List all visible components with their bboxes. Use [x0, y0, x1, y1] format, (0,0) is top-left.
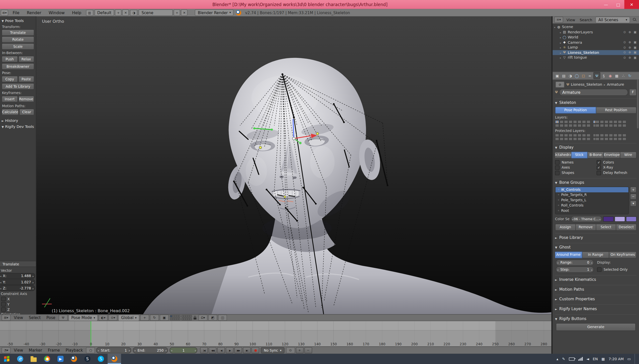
expand-icon[interactable]	[560, 56, 561, 60]
constraint-y-checkbox[interactable]	[1, 302, 6, 307]
outliner-item-label[interactable]: Lamp	[568, 45, 622, 49]
layer-cell[interactable]	[600, 137, 604, 141]
layer-cell[interactable]	[564, 137, 568, 141]
ghost-mode-button[interactable]: On Keyframes	[609, 251, 636, 258]
layer-cell[interactable]	[582, 137, 586, 141]
layer-cell[interactable]	[613, 120, 617, 123]
layer-cell[interactable]	[613, 124, 617, 127]
outliner-item-label[interactable]: Camera	[568, 40, 622, 44]
bone-groups-section-header[interactable]: Bone Groups	[555, 178, 636, 185]
transport-button[interactable]: ▶▶	[235, 347, 242, 353]
bone-group-row[interactable]: Roll_Controls	[555, 203, 628, 208]
close-button[interactable]: ✕	[624, 0, 639, 9]
outliner-item-label[interactable]: RenderLayers	[568, 30, 622, 34]
taskbar-app-media[interactable]: ▶	[54, 354, 67, 364]
snap-magnet-icon[interactable]: Ω▾	[198, 315, 207, 321]
timeline-menu-item[interactable]: Marker	[26, 348, 45, 353]
properties-tab[interactable]	[593, 72, 600, 79]
properties-scrollbar[interactable]	[637, 79, 638, 128]
viewport-menu-item[interactable]: Pose	[43, 315, 58, 320]
layer-cell[interactable]	[555, 124, 559, 127]
outliner-row[interactable]: Lioness_Skeleton ⊙ ⊕ ▣	[553, 50, 639, 55]
layer-cell[interactable]	[568, 120, 573, 123]
insert-keyframe-icon[interactable]: +	[296, 347, 304, 353]
layer-cell[interactable]	[573, 124, 577, 127]
calculate-paths-button[interactable]: Calculate	[2, 109, 18, 115]
maximize-button[interactable]: □	[612, 0, 624, 9]
operator-panel-title[interactable]: Translate	[0, 261, 36, 267]
viewport-menu-item[interactable]: View	[11, 315, 26, 320]
properties-tab[interactable]	[574, 73, 580, 79]
display-mode-button[interactable]: B-Bone	[588, 151, 604, 158]
layer-cell[interactable]	[560, 120, 564, 123]
pose-library-section-header[interactable]: Pose Library	[555, 233, 636, 240]
outliner-row[interactable]: rift tongue ⊙ ⊕ ▣	[553, 55, 639, 60]
properties-tab[interactable]	[601, 73, 607, 79]
color-set-selector[interactable]: 06 - Theme C...	[571, 216, 602, 222]
sync-mode-selector[interactable]: No Sync▾	[261, 347, 284, 353]
pose-position-button[interactable]: Pose Position	[555, 107, 596, 113]
remove-keyframe-button[interactable]: Remove	[18, 96, 34, 102]
layer-cell[interactable]	[573, 120, 577, 123]
remove-button[interactable]: Remove	[576, 223, 596, 230]
breakdowner-button[interactable]: Breakdowner	[2, 63, 34, 70]
taskbar-app-blender-active[interactable]	[108, 354, 121, 364]
outliner-search-menu[interactable]: Search	[578, 18, 594, 22]
outliner-row[interactable]: Scene ⊙ ⊕ ▣	[553, 25, 639, 30]
layer-cell[interactable]	[586, 133, 590, 137]
add-to-library-button[interactable]: Add To Library	[2, 83, 34, 90]
translate-x-field[interactable]: X:1.488	[0, 273, 35, 279]
layer-cell[interactable]	[595, 133, 599, 137]
breadcrumb-object[interactable]: Lioness_Skeleton	[571, 82, 602, 86]
translate-y-field[interactable]: Y:1.027	[0, 279, 35, 285]
keying-set-icon[interactable]: ⊙	[286, 347, 295, 353]
properties-tab[interactable]	[587, 73, 593, 79]
select-button[interactable]: Select	[596, 223, 616, 230]
outliner-item-label[interactable]: rift tongue	[568, 56, 622, 60]
display-section-header[interactable]: Display	[555, 143, 636, 150]
layer-cell[interactable]	[564, 133, 568, 137]
history-header[interactable]: History	[2, 118, 34, 124]
rigify-dev-tools-header[interactable]: Rigify Dev Tools	[2, 124, 34, 130]
expand-icon[interactable]	[560, 45, 561, 49]
armature-layers-grid[interactable]	[555, 120, 636, 127]
scene-add-button[interactable]: +	[174, 9, 180, 16]
outliner-scope-selector[interactable]: All Scenes▾	[596, 16, 630, 23]
keyboard-icon[interactable]: ▦	[602, 357, 605, 361]
layer-cell[interactable]	[568, 137, 573, 141]
layer-cell[interactable]	[586, 124, 590, 127]
outliner-row[interactable]: Lamp ⊙ ⊕ ▣	[553, 45, 639, 50]
editor-type-icon[interactable]: ◔▾	[2, 347, 10, 353]
layer-cell[interactable]	[600, 120, 604, 123]
expand-icon[interactable]	[560, 35, 561, 39]
fake-user-button[interactable]: F	[629, 89, 636, 96]
option-checkbox[interactable]	[555, 171, 560, 175]
layer-cell[interactable]	[560, 137, 564, 141]
taskbar-app-chrome[interactable]	[40, 354, 54, 364]
layer-cell[interactable]	[564, 120, 568, 123]
transport-button[interactable]: ▶|	[243, 347, 251, 353]
layer-cell[interactable]	[555, 120, 559, 123]
screen-layout-icon[interactable]: ▥	[86, 10, 93, 16]
layer-cell[interactable]	[586, 137, 590, 141]
search-icon[interactable]	[633, 18, 637, 22]
layer-cell[interactable]	[595, 137, 599, 141]
selected-only-checkbox[interactable]	[597, 267, 602, 272]
manipulator-scale-icon[interactable]: ▣	[160, 315, 169, 321]
viewport-menu-item[interactable]: Select	[26, 315, 43, 320]
restrict-icons[interactable]: ⊙ ⊕ ▣	[623, 56, 637, 59]
layer-cell[interactable]	[604, 137, 608, 141]
properties-tab[interactable]	[580, 73, 586, 79]
properties-tab[interactable]	[614, 73, 620, 79]
restrict-icons[interactable]: ⊙ ⊕ ▣	[623, 46, 637, 49]
color-swatch[interactable]	[614, 216, 625, 221]
outliner-row[interactable]: RenderLayers ⊙ ⊕ ▣	[553, 30, 639, 35]
expand-icon[interactable]	[560, 30, 561, 34]
layer-cell[interactable]	[604, 133, 608, 137]
menu-item[interactable]: Window	[45, 10, 69, 15]
breadcrumb-data[interactable]: Armature	[607, 82, 624, 86]
taskbar-app-skype[interactable]: S	[94, 354, 107, 364]
ghost-step-field[interactable]: Step:1	[556, 266, 594, 272]
restrict-icons[interactable]: ⊙ ⊕ ▣	[623, 40, 637, 44]
bone-group-row[interactable]: Pole_Targets_L	[555, 197, 628, 203]
